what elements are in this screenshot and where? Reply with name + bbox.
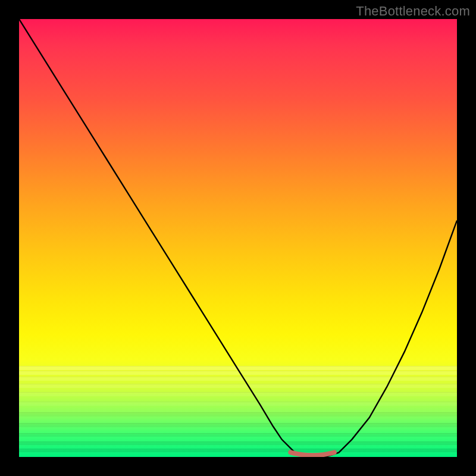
chart-frame: TheBottleneck.com (0, 0, 476, 476)
curve-line (19, 19, 457, 457)
plot-area (19, 19, 457, 457)
bottleneck-curve (19, 19, 457, 457)
trough-marker (290, 452, 334, 455)
attribution-text: TheBottleneck.com (356, 4, 470, 19)
